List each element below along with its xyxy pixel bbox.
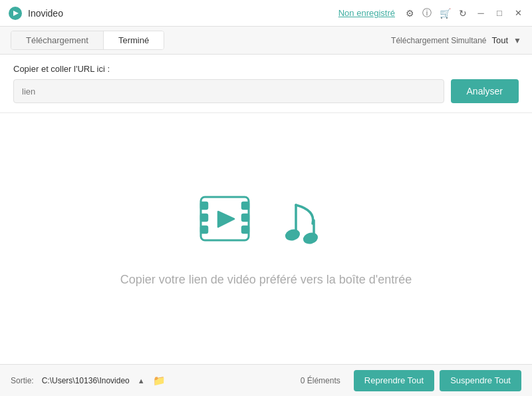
- svg-rect-4: [201, 214, 207, 221]
- tab-termine[interactable]: Terminé: [104, 31, 164, 49]
- elements-count: 0 Éléments: [301, 376, 340, 385]
- suspend-all-button[interactable]: Suspendre Tout: [440, 370, 521, 391]
- titlebar-icons: ⚙ ⓘ 🛒 ↻: [406, 7, 467, 19]
- cart-icon[interactable]: 🛒: [440, 8, 451, 19]
- tout-label[interactable]: Tout: [492, 35, 509, 45]
- titlebar: Inovideo Non enregistré ⚙ ⓘ 🛒 ↻ ─ □ ✕: [0, 0, 532, 27]
- folder-icon[interactable]: 📁: [153, 375, 166, 387]
- tab-right: Téléchargement Simultané Tout ▼: [391, 35, 521, 45]
- tab-group: Téléchargement Terminé: [11, 31, 164, 50]
- register-link[interactable]: Non enregistré: [338, 8, 395, 18]
- main-content: Copier votre lien de vidéo préféré vers …: [0, 113, 532, 364]
- resume-all-button[interactable]: Reprendre Tout: [354, 370, 434, 391]
- tabbar: Téléchargement Terminé Téléchargement Si…: [0, 27, 532, 55]
- svg-rect-8: [242, 226, 249, 233]
- url-section: Copier et coller l'URL ici : Analyser: [0, 55, 532, 113]
- svg-rect-5: [201, 226, 207, 233]
- close-button[interactable]: ✕: [512, 8, 524, 18]
- maximize-button[interactable]: □: [493, 8, 505, 18]
- refresh-icon[interactable]: ↻: [459, 8, 467, 19]
- dropdown-arrow-icon[interactable]: ▼: [513, 36, 521, 45]
- sortie-path: C:\Users\10136\Inovideo: [42, 376, 130, 385]
- empty-state-text: Copier votre lien de vidéo préféré vers …: [120, 273, 412, 287]
- svg-marker-9: [218, 212, 234, 227]
- sortie-label: Sortie:: [11, 376, 34, 385]
- svg-rect-3: [201, 202, 207, 209]
- svg-rect-6: [242, 202, 249, 209]
- tab-telechargement[interactable]: Téléchargement: [11, 31, 104, 49]
- minimize-button[interactable]: ─: [475, 8, 487, 18]
- url-label: Copier et coller l'URL ici :: [13, 64, 519, 74]
- settings-icon[interactable]: ⚙: [406, 8, 414, 19]
- bottombar: Sortie: C:\Users\10136\Inovideo ▲ 📁 0 Él…: [0, 364, 532, 396]
- app-name: Inovideo: [28, 8, 338, 19]
- music-icon: [273, 190, 339, 253]
- window-controls: ─ □ ✕: [475, 8, 524, 18]
- sortie-arrow-icon[interactable]: ▲: [138, 377, 145, 385]
- info-icon[interactable]: ⓘ: [422, 7, 432, 19]
- simultane-label: Téléchargement Simultané: [391, 36, 486, 45]
- app-logo: [8, 6, 23, 21]
- url-input[interactable]: [13, 79, 444, 103]
- svg-point-13: [303, 232, 319, 245]
- analyze-button[interactable]: Analyser: [451, 79, 519, 103]
- video-icon: [193, 190, 259, 253]
- svg-point-11: [285, 229, 301, 242]
- svg-rect-7: [242, 214, 249, 221]
- illustration: [193, 190, 339, 253]
- url-input-row: Analyser: [13, 79, 519, 103]
